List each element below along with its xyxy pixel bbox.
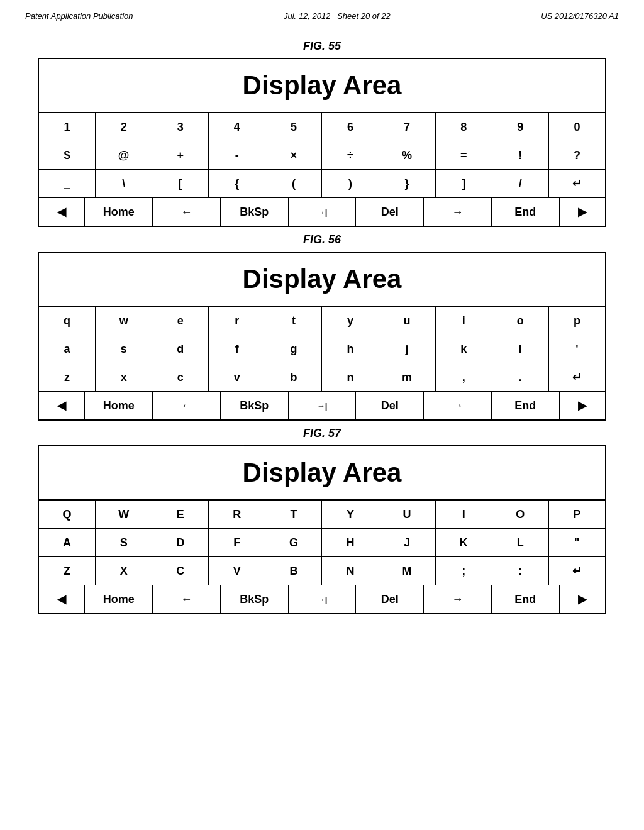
key-open-brace[interactable]: { [209,170,265,197]
key-tab-3[interactable]: →| [289,585,357,613]
key-prev-page-3[interactable]: ◀ [39,585,85,613]
key-r[interactable]: r [209,307,265,335]
key-equals[interactable]: = [436,141,492,169]
key-apostrophe[interactable]: ' [549,335,605,363]
key-5[interactable]: 5 [265,113,322,141]
key-M[interactable]: M [379,557,436,585]
key-close-paren[interactable]: ) [322,170,379,197]
key-comma[interactable]: , [436,363,492,391]
key-D[interactable]: D [152,529,209,556]
key-del-2[interactable]: Del [356,392,424,419]
key-c[interactable]: c [152,363,209,391]
key-e[interactable]: e [152,307,209,335]
key-end-2[interactable]: End [492,392,560,419]
key-d[interactable]: d [152,335,209,363]
key-backslash[interactable]: \ [96,170,152,197]
key-plus[interactable]: + [152,141,209,169]
key-S[interactable]: S [96,529,152,556]
key-semicolon[interactable]: ; [436,557,492,585]
key-v[interactable]: v [209,363,265,391]
key-end[interactable]: End [492,198,560,226]
key-home[interactable]: Home [85,198,153,226]
key-m[interactable]: m [379,363,436,391]
key-prev-page[interactable]: ◀ [39,198,85,226]
key-B[interactable]: B [265,557,322,585]
key-enter-3[interactable]: ↵ [549,557,605,585]
key-K[interactable]: K [436,529,492,556]
key-O[interactable]: O [492,501,549,528]
key-forward-arrow-2[interactable]: → [424,392,492,419]
key-percent[interactable]: % [379,141,436,169]
key-a[interactable]: a [39,335,96,363]
key-9[interactable]: 9 [492,113,549,141]
key-R[interactable]: R [209,501,265,528]
key-minus[interactable]: - [209,141,265,169]
key-p[interactable]: p [549,307,605,335]
key-open-paren[interactable]: ( [265,170,322,197]
key-forward-arrow-3[interactable]: → [424,585,492,613]
key-colon[interactable]: : [492,557,549,585]
key-del[interactable]: Del [356,198,424,226]
key-8[interactable]: 8 [436,113,492,141]
key-k[interactable]: k [436,335,492,363]
key-u[interactable]: u [379,307,436,335]
key-Y[interactable]: Y [322,501,379,528]
key-dollar[interactable]: $ [39,141,96,169]
key-exclaim[interactable]: ! [492,141,549,169]
key-i[interactable]: i [436,307,492,335]
key-doublequote[interactable]: " [549,529,605,556]
key-G[interactable]: G [265,529,322,556]
key-A[interactable]: A [39,529,96,556]
key-f[interactable]: f [209,335,265,363]
key-x[interactable]: x [96,363,152,391]
key-forward-arrow[interactable]: → [424,198,492,226]
key-back-arrow[interactable]: ← [153,198,221,226]
key-home-3[interactable]: Home [85,585,153,613]
key-L[interactable]: L [492,529,549,556]
key-I[interactable]: I [436,501,492,528]
key-7[interactable]: 7 [379,113,436,141]
key-0[interactable]: 0 [549,113,605,141]
key-tab-2[interactable]: →| [289,392,357,419]
key-t[interactable]: t [265,307,322,335]
key-T[interactable]: T [265,501,322,528]
key-l[interactable]: l [492,335,549,363]
key-C[interactable]: C [152,557,209,585]
key-q[interactable]: q [39,307,96,335]
key-period[interactable]: . [492,363,549,391]
key-o[interactable]: o [492,307,549,335]
key-H[interactable]: H [322,529,379,556]
key-end-3[interactable]: End [492,585,560,613]
key-Q[interactable]: Q [39,501,96,528]
key-z[interactable]: z [39,363,96,391]
key-slash[interactable]: / [492,170,549,197]
key-at[interactable]: @ [96,141,152,169]
key-b[interactable]: b [265,363,322,391]
key-y[interactable]: y [322,307,379,335]
key-next-page-2[interactable]: ▶ [560,392,605,419]
key-W[interactable]: W [96,501,152,528]
key-enter-2[interactable]: ↵ [549,363,605,391]
key-close-brace[interactable]: } [379,170,436,197]
key-J[interactable]: J [379,529,436,556]
key-3[interactable]: 3 [152,113,209,141]
key-4[interactable]: 4 [209,113,265,141]
key-tab[interactable]: →| [289,198,357,226]
key-next-page[interactable]: ▶ [560,198,605,226]
key-del-3[interactable]: Del [356,585,424,613]
key-E[interactable]: E [152,501,209,528]
key-6[interactable]: 6 [322,113,379,141]
key-underscore[interactable]: _ [39,170,96,197]
key-n[interactable]: n [322,363,379,391]
key-1[interactable]: 1 [39,113,96,141]
key-2[interactable]: 2 [96,113,152,141]
key-back-arrow-3[interactable]: ← [153,585,221,613]
key-j[interactable]: j [379,335,436,363]
key-w[interactable]: w [96,307,152,335]
key-X[interactable]: X [96,557,152,585]
key-divide[interactable]: ÷ [322,141,379,169]
key-V[interactable]: V [209,557,265,585]
key-Z[interactable]: Z [39,557,96,585]
key-bksp-2[interactable]: BkSp [221,392,289,419]
key-close-bracket[interactable]: ] [436,170,492,197]
